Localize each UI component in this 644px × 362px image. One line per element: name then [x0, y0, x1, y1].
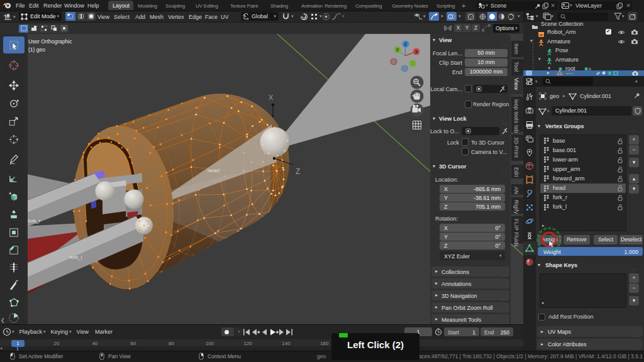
svg-text:fork_r: fork_r — [28, 218, 41, 224]
svg-text:head: head — [208, 168, 219, 173]
svg-text:Z: Z — [404, 42, 408, 47]
svg-text:Z: Z — [296, 167, 300, 176]
svg-text:X: X — [269, 94, 274, 101]
svg-text:(1) geo: (1) geo — [28, 47, 45, 53]
svg-text:fork_l: fork_l — [70, 255, 82, 260]
svg-text:User Orthographic: User Orthographic — [28, 38, 72, 45]
